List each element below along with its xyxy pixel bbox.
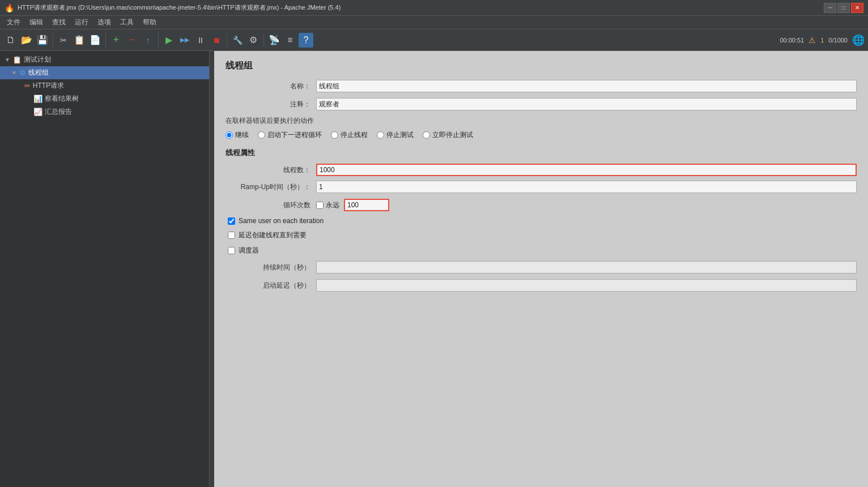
sidebar-item-view-result[interactable]: 📊 察看结果树 (0, 92, 209, 105)
radio-stop-now-label: 立即停止测试 (432, 130, 473, 140)
radio-continue[interactable]: 继续 (225, 130, 249, 140)
open-file-button[interactable]: 📂 (19, 33, 34, 48)
stop-button[interactable]: ⏹ (209, 33, 224, 48)
arrow-icon: ▼ (5, 57, 10, 63)
rampup-input[interactable] (316, 181, 857, 193)
arrow-icon (29, 96, 31, 102)
startup-delay-input[interactable] (316, 279, 857, 292)
thread-count-label: 线程数： (225, 165, 316, 175)
toolbar-sep-3 (158, 33, 159, 47)
test-plan-icon: 📋 (12, 55, 22, 64)
sidebar-drag-handle[interactable]: ⋮ (210, 51, 214, 487)
sidebar-item-summary-report[interactable]: 📈 汇总报告 (0, 105, 209, 118)
radio-stop-thread-label: 停止线程 (341, 130, 368, 140)
globe-icon[interactable]: 🌐 (852, 34, 865, 46)
radio-continue-label: 继续 (235, 130, 249, 140)
menu-file[interactable]: 文件 (2, 16, 25, 28)
thread-count-input[interactable] (316, 164, 857, 176)
menu-edit[interactable]: 编辑 (25, 16, 48, 28)
minimize-button[interactable]: ─ (824, 3, 836, 13)
warn-count: 1 (820, 37, 824, 44)
pause-button[interactable]: ⏸ (193, 33, 208, 48)
sidebar-item-label: 察看结果树 (45, 94, 79, 104)
close-button[interactable]: ✕ (851, 3, 863, 13)
error-action-title: 在取样器错误后要执行的动作 (225, 116, 857, 126)
loop-forever-checkbox[interactable] (316, 202, 324, 209)
add-button[interactable]: + (109, 33, 124, 48)
delay-thread-checkbox[interactable] (228, 232, 235, 239)
play-button[interactable]: ▶ (161, 33, 176, 48)
help-button[interactable]: ? (299, 33, 313, 48)
radio-stop-test-input[interactable] (377, 131, 384, 139)
menu-tools[interactable]: 工具 (116, 16, 138, 28)
sidebar: ▼ 📋 测试计划 ▼ ⚙ 线程组 ✏ HTTP请求 📊 察看结果树 📈 汇总报告 (0, 51, 210, 487)
duration-input[interactable] (316, 261, 857, 274)
settings-button[interactable]: ⚙ (246, 33, 261, 48)
sidebar-item-label: 汇总报告 (45, 107, 72, 117)
list-button[interactable]: ≡ (283, 33, 297, 48)
same-user-row: Same user on each iteration (225, 217, 857, 225)
rampup-label: Ramp-Up时间（秒）： (225, 182, 316, 192)
radio-stop-thread[interactable]: 停止线程 (331, 130, 368, 140)
menu-find[interactable]: 查找 (48, 16, 70, 28)
arrow-icon: ▼ (11, 70, 17, 76)
play-no-pause-button[interactable]: ▶▶ (177, 33, 192, 48)
duration-label: 持续时间（秒） (225, 263, 316, 272)
maximize-button[interactable]: □ (837, 3, 850, 13)
sidebar-item-thread-group[interactable]: ▼ ⚙ 线程组 (0, 66, 209, 79)
copy-button[interactable]: 📋 (72, 33, 87, 48)
loop-label: 循环次数 (225, 200, 316, 210)
comment-input[interactable] (316, 98, 857, 110)
delay-thread-row: 延迟创建线程直到需要 (225, 230, 857, 240)
loop-count-input[interactable] (344, 199, 389, 211)
comment-row: 注释： (225, 98, 857, 110)
radio-stop-test[interactable]: 停止测试 (377, 130, 414, 140)
flame-icon: 🔥 (5, 3, 14, 12)
titlebar-controls: ─ □ ✕ (824, 3, 863, 13)
menu-options[interactable]: 选项 (93, 16, 116, 28)
toolbar-sep-4 (227, 33, 227, 47)
remote-button[interactable]: 📡 (267, 33, 282, 48)
name-label: 名称： (225, 82, 316, 91)
toolbar-sep-5 (263, 33, 264, 47)
scheduler-label[interactable]: 调度器 (239, 246, 259, 255)
radio-start-next[interactable]: 启动下一进程循环 (258, 130, 322, 140)
error-action-radio-group: 继续 启动下一进程循环 停止线程 停止测试 立即停止测试 (225, 130, 857, 140)
same-user-label[interactable]: Same user on each iteration (239, 217, 324, 225)
radio-stop-thread-input[interactable] (331, 131, 338, 139)
test-count: 0/1000 (828, 37, 848, 44)
loop-forever-label[interactable]: 永远 (316, 200, 339, 210)
radio-start-next-label: 启动下一进程循环 (267, 130, 322, 140)
titlebar-title: HTTP请求观察者.jmx (D:\Users\jun.mao\common\a… (18, 3, 341, 12)
remove-button[interactable]: − (125, 33, 139, 48)
delay-thread-label[interactable]: 延迟创建线程直到需要 (239, 230, 307, 240)
menu-run[interactable]: 运行 (70, 16, 93, 28)
section-title: 线程组 (225, 60, 857, 72)
radio-continue-input[interactable] (225, 131, 233, 139)
timer-display: 00:00:51 (780, 37, 804, 44)
thread-props-title: 线程属性 (225, 148, 857, 158)
content-area: 线程组 名称： 注释： 在取样器错误后要执行的动作 继续 启动下一进程循环 (214, 51, 868, 487)
sidebar-item-http-request[interactable]: ✏ HTTP请求 (0, 79, 209, 92)
name-input[interactable] (316, 80, 857, 92)
move-up-button[interactable]: ↑ (141, 33, 155, 48)
radio-stop-now[interactable]: 立即停止测试 (423, 130, 473, 140)
titlebar: 🔥 HTTP请求观察者.jmx (D:\Users\jun.mao\common… (0, 0, 868, 16)
same-user-checkbox[interactable] (228, 217, 235, 225)
save-file-button[interactable]: 💾 (35, 33, 50, 48)
clear-button[interactable]: 🔧 (230, 33, 245, 48)
menu-help[interactable]: 帮助 (138, 16, 161, 28)
cut-button[interactable]: ✂ (56, 33, 71, 48)
paste-button[interactable]: 📄 (88, 33, 103, 48)
menubar: 文件 编辑 查找 运行 选项 工具 帮助 (0, 16, 868, 29)
thread-count-row: 线程数： (225, 164, 857, 176)
radio-start-next-input[interactable] (258, 131, 265, 139)
toolbar-buttons: 🗋 📂 💾 ✂ 📋 📄 + − ↑ ▶ ▶▶ ⏸ ⏹ 🔧 ⚙ 📡 ≡ ? (3, 33, 313, 48)
new-file-button[interactable]: 🗋 (3, 33, 18, 48)
scheduler-checkbox[interactable] (228, 247, 235, 254)
sidebar-item-label: 线程组 (28, 68, 49, 78)
summary-report-icon: 📈 (33, 108, 42, 116)
view-result-icon: 📊 (33, 95, 42, 103)
sidebar-item-test-plan[interactable]: ▼ 📋 测试计划 (0, 53, 209, 66)
radio-stop-now-input[interactable] (423, 131, 430, 139)
